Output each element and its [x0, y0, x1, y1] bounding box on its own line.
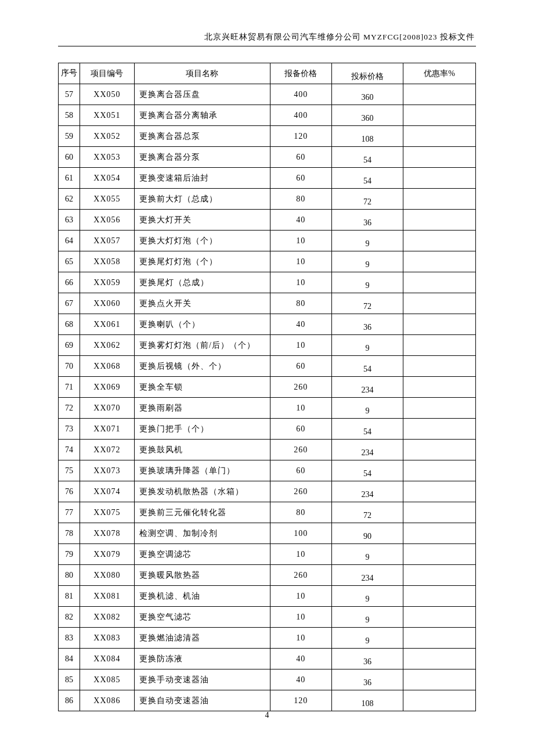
cell-name: 更换发动机散热器（水箱）	[135, 481, 270, 502]
cell-seq: 83	[59, 628, 80, 649]
cell-discount	[403, 690, 476, 711]
cell-name: 更换尾灯灯泡（个）	[135, 251, 270, 272]
cell-name: 更换离合器分泵	[135, 147, 270, 168]
cell-code: XX054	[80, 168, 134, 189]
table-row: 72XX070更换雨刷器109	[59, 398, 476, 419]
cell-code: XX080	[80, 565, 134, 586]
cell-discount	[403, 168, 476, 189]
cell-name: 更换点火开关	[135, 293, 270, 314]
cell-discount	[403, 377, 476, 398]
cell-base-price: 10	[270, 251, 332, 272]
cell-name: 更换手动变速器油	[135, 669, 270, 690]
cell-code: XX069	[80, 377, 134, 398]
cell-bid-price: 54	[332, 147, 403, 168]
cell-seq: 73	[59, 419, 80, 440]
cell-code: XX053	[80, 147, 134, 168]
cell-base-price: 10	[270, 335, 332, 356]
cell-name: 更换雨刷器	[135, 398, 270, 419]
cell-discount	[403, 586, 476, 607]
cell-seq: 84	[59, 649, 80, 669]
cell-bid-price: 72	[332, 293, 403, 314]
cell-code: XX085	[80, 669, 134, 690]
cell-discount	[403, 84, 476, 105]
cell-seq: 58	[59, 105, 80, 126]
cell-bid-price: 9	[332, 628, 403, 649]
cell-base-price: 60	[270, 356, 332, 377]
cell-base-price: 80	[270, 189, 332, 210]
cell-discount	[403, 481, 476, 502]
table-row: 69XX062更换雾灯灯泡（前/后）（个）109	[59, 335, 476, 356]
cell-name: 更换前大灯（总成）	[135, 189, 270, 210]
cell-code: XX082	[80, 607, 134, 628]
cell-bid-price: 360	[332, 84, 403, 105]
table-row: 62XX055更换前大灯（总成）8072	[59, 189, 476, 210]
table-row: 57XX050更换离合器压盘400360	[59, 84, 476, 105]
cell-discount	[403, 607, 476, 628]
cell-bid-price: 9	[332, 607, 403, 628]
cell-code: XX050	[80, 84, 134, 105]
cell-code: XX075	[80, 502, 134, 523]
table-row: 61XX054更换变速箱后油封6054	[59, 168, 476, 189]
cell-bid-price: 36	[332, 314, 403, 335]
cell-bid-price: 9	[332, 398, 403, 419]
cell-name: 更换变速箱后油封	[135, 168, 270, 189]
cell-discount	[403, 126, 476, 147]
cell-seq: 59	[59, 126, 80, 147]
cell-seq: 75	[59, 460, 80, 481]
cell-seq: 69	[59, 335, 80, 356]
document-header: 北京兴旺林贸易有限公司汽车维修分公司 MYZFCG[2008]023 投标文件	[58, 32, 476, 46]
cell-name: 更换防冻液	[135, 649, 270, 669]
cell-base-price: 40	[270, 649, 332, 669]
cell-code: XX081	[80, 586, 134, 607]
cell-seq: 63	[59, 210, 80, 231]
cell-seq: 79	[59, 544, 80, 565]
cell-base-price: 10	[270, 544, 332, 565]
cell-code: XX086	[80, 690, 134, 711]
cell-base-price: 10	[270, 586, 332, 607]
cell-name: 更换鼓风机	[135, 440, 270, 460]
cell-code: XX058	[80, 251, 134, 272]
cell-seq: 67	[59, 293, 80, 314]
cell-seq: 72	[59, 398, 80, 419]
cell-base-price: 260	[270, 481, 332, 502]
cell-name: 更换大灯开关	[135, 210, 270, 231]
cell-discount	[403, 147, 476, 168]
cell-bid-price: 108	[332, 690, 403, 711]
table-row: 79XX079更换空调滤芯109	[59, 544, 476, 565]
cell-code: XX068	[80, 356, 134, 377]
cell-seq: 82	[59, 607, 80, 628]
cell-seq: 61	[59, 168, 80, 189]
cell-discount	[403, 314, 476, 335]
col-bid-price: 投标价格	[332, 63, 403, 84]
cell-base-price: 10	[270, 607, 332, 628]
cell-discount	[403, 189, 476, 210]
col-base-price: 报备价格	[270, 63, 332, 84]
cell-name: 更换玻璃升降器（单门）	[135, 460, 270, 481]
table-row: 81XX081更换机滤、机油109	[59, 586, 476, 607]
cell-discount	[403, 440, 476, 460]
cell-name: 更换后视镜（外、个）	[135, 356, 270, 377]
cell-base-price: 400	[270, 84, 332, 105]
cell-base-price: 100	[270, 523, 332, 544]
cell-bid-price: 9	[332, 544, 403, 565]
cell-base-price: 10	[270, 272, 332, 293]
cell-discount	[403, 502, 476, 523]
cell-code: XX073	[80, 460, 134, 481]
cell-discount	[403, 210, 476, 231]
cell-seq: 68	[59, 314, 80, 335]
cell-code: XX052	[80, 126, 134, 147]
cell-seq: 62	[59, 189, 80, 210]
cell-base-price: 120	[270, 126, 332, 147]
cell-bid-price: 54	[332, 168, 403, 189]
cell-seq: 70	[59, 356, 80, 377]
table-row: 84XX084更换防冻液4036	[59, 649, 476, 669]
table-row: 59XX052更换离合器总泵120108	[59, 126, 476, 147]
cell-bid-price: 9	[332, 272, 403, 293]
cell-seq: 86	[59, 690, 80, 711]
cell-name: 更换全车锁	[135, 377, 270, 398]
pricing-table: 序号 项目编号 项目名称 报备价格 投标价格 优惠率% 57XX050更换离合器…	[58, 63, 476, 711]
cell-seq: 85	[59, 669, 80, 690]
col-code: 项目编号	[80, 63, 134, 84]
cell-base-price: 260	[270, 565, 332, 586]
cell-seq: 64	[59, 231, 80, 251]
